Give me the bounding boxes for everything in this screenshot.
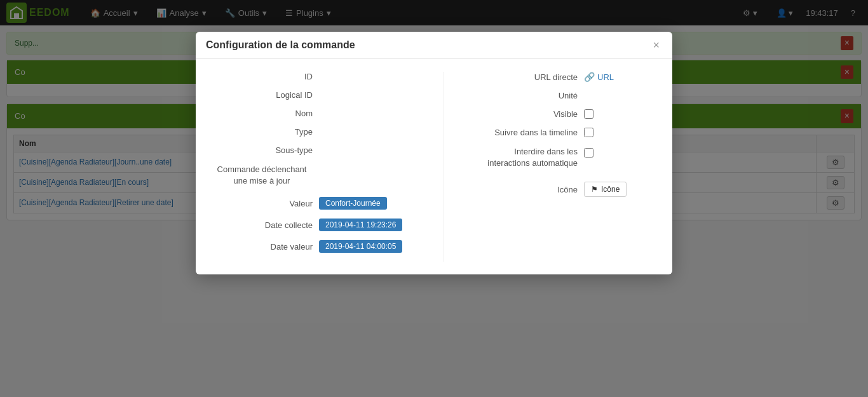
label-icone: Icône xyxy=(451,185,578,194)
url-link[interactable]: 🔗 URL xyxy=(584,72,614,82)
field-logical-id: Logical ID xyxy=(211,90,424,100)
label-visible: Visible xyxy=(451,109,578,119)
icone-btn[interactable]: ⚑ Icône xyxy=(584,182,627,197)
field-unite: Unité xyxy=(451,91,657,100)
modal-body: ID Logical ID Nom Type xyxy=(196,59,672,233)
label-url: URL directe xyxy=(451,72,578,82)
modal-header: Configuration de la commande × xyxy=(196,32,672,59)
field-timeline: Suivre dans la timeline xyxy=(451,128,657,137)
external-link-icon: 🔗 xyxy=(584,72,595,82)
modal-close-btn[interactable]: × xyxy=(650,39,662,51)
label-nom: Nom xyxy=(211,109,313,118)
field-url: URL directe 🔗 URL xyxy=(451,72,657,82)
modal-right-section: URL directe 🔗 URL Unité Visible xyxy=(444,72,657,233)
label-commande: Commande déclenchantune mise à jour xyxy=(211,164,313,187)
checkbox-visible[interactable] xyxy=(584,109,593,119)
label-interdire: Interdire dans lesinteractions automatiq… xyxy=(451,146,578,169)
modal-left-section: ID Logical ID Nom Type xyxy=(211,72,424,233)
label-valeur: Valeur xyxy=(211,199,313,208)
field-nom: Nom xyxy=(211,109,424,118)
label-date-collecte: Date collecte xyxy=(211,220,313,230)
field-id: ID xyxy=(211,72,424,81)
label-sous-type: Sous-type xyxy=(211,145,313,155)
field-date-collecte: Date collecte 2019-04-11 19:23:26 xyxy=(211,219,424,231)
field-visible: Visible xyxy=(451,109,657,119)
value-valeur: Confort-Journée xyxy=(319,197,387,210)
label-logical-id: Logical ID xyxy=(211,90,313,100)
field-commande: Commande déclenchantune mise à jour xyxy=(211,164,424,187)
modal-dialog: Configuration de la commande × ID Logica… xyxy=(196,32,672,233)
modal-title: Configuration de la commande xyxy=(206,39,355,51)
field-sous-type: Sous-type xyxy=(211,145,424,155)
checkbox-timeline[interactable] xyxy=(584,128,593,137)
label-timeline: Suivre dans la timeline xyxy=(451,128,578,137)
value-date-collecte: 2019-04-11 19:23:26 xyxy=(319,219,402,231)
label-id: ID xyxy=(211,72,313,81)
checkbox-interdire[interactable] xyxy=(584,148,593,158)
field-type: Type xyxy=(211,127,424,137)
field-interdire: Interdire dans lesinteractions automatiq… xyxy=(451,146,657,169)
field-valeur: Valeur Confort-Journée xyxy=(211,197,424,210)
label-type: Type xyxy=(211,127,313,137)
flag-icon: ⚑ xyxy=(591,185,598,194)
label-unite: Unité xyxy=(451,91,578,100)
field-icone: Icône ⚑ Icône xyxy=(451,182,657,197)
modal-overlay: Configuration de la commande × ID Logica… xyxy=(0,0,868,233)
